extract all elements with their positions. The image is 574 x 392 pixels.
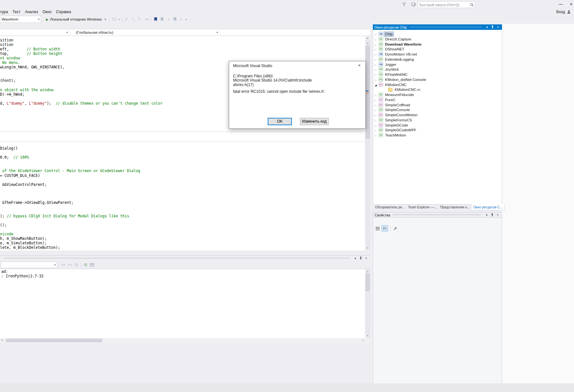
expand-icon[interactable]: ▷ [375,78,377,83]
window-position-icon[interactable]: ▾ [353,256,358,261]
tree-item[interactable]: ▷C#DirectX.Capture [373,37,502,42]
resource-tree[interactable]: ▷VBChip▷C#DirectX.Capture▷C#Download Wav… [373,30,502,204]
scope-dropdown[interactable]: (Глобальная область) ▾ [70,29,220,36]
tree-item[interactable]: ▷C#TeachMotion [373,133,502,138]
tool-window-tab[interactable]: Team Explorer —... [407,205,439,210]
interactive-vertical-scrollbar[interactable]: ▴ ▾ [365,269,370,338]
tree-item[interactable]: ▷C+SimpleCoordMotion [373,112,502,118]
tree-item[interactable]: ▷C#MeasureFiducials [373,92,502,97]
feedback-icon[interactable] [411,2,417,7]
scroll-right-icon[interactable]: ▸ [363,339,364,342]
step-out-icon[interactable] [137,17,142,22]
properties-window-header[interactable]: Свойства ▾ × [373,212,502,218]
expand-icon[interactable]: ▷ [375,133,377,138]
collapse-icon[interactable]: ◢ [375,83,377,88]
tree-item[interactable]: KMotionCNC.rc [373,87,502,92]
menu-item[interactable]: тура [0,9,10,14]
quick-launch-search[interactable] [418,1,475,8]
dialog-titlebar[interactable]: Microsoft Visual Studio × [229,61,365,70]
scroll-left-icon[interactable]: ◂ [1,339,3,342]
ok-button[interactable]: OK [268,118,292,125]
tree-item[interactable]: ▷C+SimpleCoffload [373,102,502,108]
word-wrap-icon[interactable] [83,262,88,267]
step-into-icon[interactable] [124,17,130,22]
categorized-icon[interactable] [374,225,381,231]
expand-icon[interactable]: ▷ [375,113,377,118]
tree-item[interactable]: ▷C#Download Waveform [373,42,502,47]
tree-item[interactable]: ▷VBChip [373,31,502,37]
expand-icon[interactable]: ▷ [375,47,377,52]
tree-item[interactable]: ▷C#ExtendedLogging [373,57,502,62]
minimize-button[interactable]: — [556,0,566,8]
pin-icon[interactable] [490,25,495,30]
scroll-down-icon[interactable]: ▾ [365,334,370,337]
tool-window-tab[interactable]: Представление к... [438,205,471,210]
solution-config-dropdown[interactable]: Waveform ▾ [0,16,41,23]
dialog-close-button[interactable]: × [353,61,365,70]
notifications-icon[interactable] [401,2,407,7]
expand-icon[interactable]: ▷ [375,123,377,128]
tree-item[interactable]: ▷C#KMotion_dotNet Console [373,77,502,82]
expand-icon[interactable]: ▷ [375,32,377,37]
environment-dropdown[interactable]: ▾ [1,262,57,268]
interactive-window-icon[interactable] [89,262,94,267]
prev-arrow-icon[interactable]: ◂ [166,17,171,22]
scroll-down-icon[interactable]: ▾ [365,247,370,249]
expand-icon[interactable]: ▷ [375,128,377,133]
close-icon[interactable]: × [496,25,500,30]
close-icon[interactable]: × [364,256,369,261]
property-pages-icon[interactable] [392,225,399,231]
scroll-up-icon[interactable]: ▴ [365,270,370,273]
tree-item[interactable]: ▷C#KFlopWebNC [373,72,502,77]
tree-item[interactable]: ▷VBDynoMotion VB.net [373,52,502,57]
chevron-down-icon[interactable]: ▾ [185,18,187,21]
alphabetical-sort-icon[interactable] [381,225,388,231]
bookmark-icon[interactable] [153,17,158,22]
tool-window-tab[interactable]: Обозреватель ре... [373,205,407,210]
next-bookmark-icon[interactable] [172,17,177,22]
expand-icon[interactable]: ▷ [375,63,377,67]
scrollbar-thumb[interactable] [365,274,370,291]
member-dropdown[interactable] [220,29,370,36]
interactive-window-header[interactable]: ▾ × [0,255,370,261]
expand-icon[interactable]: ▷ [375,93,377,98]
expand-icon[interactable]: ▷ [375,42,377,47]
scrollbar-thumb[interactable] [365,46,370,139]
resource-window-header[interactable]: Окно ресурсов Chip ▾ × [373,24,502,30]
tree-item[interactable]: ▷C#JoyStick [373,67,502,72]
scrollbar-thumb[interactable] [6,339,102,342]
expand-icon[interactable]: ▷ [375,98,377,103]
step-over-icon[interactable] [131,17,136,22]
project-dropdown[interactable]: ▾ [0,29,70,36]
expand-icon[interactable]: ▷ [375,73,377,77]
tool-window-tab[interactable]: Окно ресурсов C... [471,204,504,210]
tree-item[interactable]: ▷C+SimpleGCode [373,123,502,128]
expand-icon[interactable]: ▷ [375,37,377,42]
interactive-horizontal-scrollbar[interactable]: ◂ ▸ [0,338,370,343]
start-debug-button[interactable]: ▶ Локальный отладчик Windows ▾ [44,16,108,23]
window-position-icon[interactable]: ▾ [484,213,489,217]
attach-process-icon[interactable] [112,17,117,22]
history-icon[interactable] [74,262,79,267]
expand-icon[interactable]: ▷ [375,108,377,113]
scroll-up-icon[interactable]: ▴ [365,42,370,45]
previous-bookmark-icon[interactable] [159,17,165,22]
clear-screen-icon[interactable] [67,262,72,267]
expand-icon[interactable]: ▷ [375,52,377,57]
expand-icon[interactable]: ▷ [375,67,377,72]
next-arrow-icon[interactable]: ▸ [179,17,184,22]
tree-item[interactable]: ▷C#SimpleConsole [373,107,502,112]
expand-icon[interactable]: ▷ [375,57,377,62]
editor-vertical-scrollbar[interactable]: + ▴ ▾ [365,36,370,250]
reset-icon[interactable] [61,262,66,267]
search-icon[interactable] [469,2,475,8]
tree-item[interactable]: ▷C#SimpleFormsCS [373,118,502,123]
menu-item[interactable]: Тест [10,9,23,14]
expand-icon[interactable]: ▷ [375,103,377,108]
tree-item[interactable]: ▷C#SimpleGCodeWPF [373,127,502,133]
close-icon[interactable]: × [495,213,500,217]
sign-in[interactable]: Вход [556,9,571,15]
editor-split-handle[interactable]: + [365,36,370,41]
quick-launch-input[interactable] [418,3,469,7]
expand-icon[interactable]: ▷ [375,118,377,123]
